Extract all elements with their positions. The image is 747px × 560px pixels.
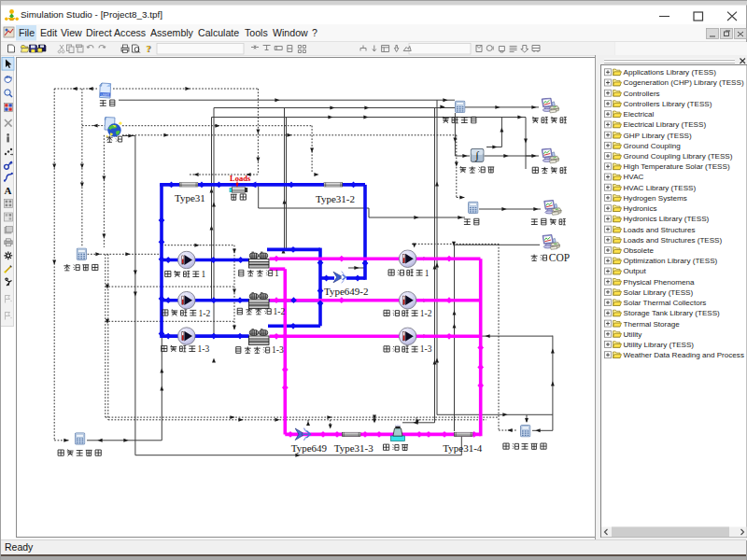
svg-text:Utility Library (TESS): Utility Library (TESS) <box>624 341 695 349</box>
svg-text:Applications Library (TESS): Applications Library (TESS) <box>624 68 717 77</box>
svg-text:1: 1 <box>425 269 430 278</box>
svg-text:Solar Library (TESS): Solar Library (TESS) <box>624 288 694 297</box>
svg-text:COP: COP <box>549 252 570 263</box>
svg-text:1: 1 <box>275 269 279 278</box>
svg-text:Type31-4: Type31-4 <box>443 442 482 454</box>
svg-text:Optimization Library (TESS): Optimization Library (TESS) <box>624 257 718 265</box>
svg-text:Hydronics: Hydronics <box>624 204 657 213</box>
svg-text:1: 1 <box>202 270 206 279</box>
svg-text:Cogeneration (CHP) Library (TE: Cogeneration (CHP) Library (TESS) <box>624 78 744 87</box>
svg-text:A: A <box>5 185 12 196</box>
svg-text:Controllers: Controllers <box>624 90 660 98</box>
svg-text:Loads and Structures: Loads and Structures <box>624 226 696 234</box>
svg-text:Ground Coupling Library (TESS): Ground Coupling Library (TESS) <box>624 152 733 161</box>
svg-text:Weather Data Reading and Proce: Weather Data Reading and Process <box>624 351 744 359</box>
svg-text:Loads and Structures (TESS): Loads and Structures (TESS) <box>624 236 723 245</box>
svg-text:1-2: 1-2 <box>199 309 211 318</box>
svg-text:1-2: 1-2 <box>420 309 432 318</box>
svg-text:Type31: Type31 <box>175 192 205 203</box>
svg-text:HVAC Library (TESS): HVAC Library (TESS) <box>624 184 697 192</box>
svg-text:Type649-2: Type649-2 <box>324 286 369 297</box>
svg-text:High Temperature Solar (TESS): High Temperature Solar (TESS) <box>624 162 730 171</box>
svg-text:Loads: Loads <box>230 174 251 183</box>
svg-text:Utility: Utility <box>624 330 643 339</box>
svg-text:Storage Tank Library (TESS): Storage Tank Library (TESS) <box>624 309 721 317</box>
svg-text:Thermal Storage: Thermal Storage <box>624 320 681 329</box>
svg-text:Hydronics Library (TESS): Hydronics Library (TESS) <box>624 215 710 223</box>
svg-text:Ground Coupling: Ground Coupling <box>624 142 681 150</box>
svg-text:Type31-3: Type31-3 <box>334 442 374 454</box>
svg-text:Type31-2: Type31-2 <box>316 193 355 204</box>
svg-text:Electrical Library (TESS): Electrical Library (TESS) <box>624 120 707 129</box>
svg-text:Solar Thermal Collectors: Solar Thermal Collectors <box>624 299 707 307</box>
svg-text:1-3: 1-3 <box>420 344 432 354</box>
svg-text:Physical Phenomena: Physical Phenomena <box>624 278 696 287</box>
svg-text:1-3: 1-3 <box>198 344 210 354</box>
svg-text:Electrical: Electrical <box>624 110 655 119</box>
svg-text:HVAC: HVAC <box>624 173 644 181</box>
svg-text:Type649: Type649 <box>291 442 328 454</box>
svg-text:Output: Output <box>624 267 647 275</box>
svg-text:?: ? <box>146 44 150 54</box>
svg-text:Obsolete: Obsolete <box>624 246 655 255</box>
svg-text:1-2: 1-2 <box>274 307 286 316</box>
svg-text:GHP Library (TESS): GHP Library (TESS) <box>624 132 692 140</box>
svg-text:Hydrogen Systems: Hydrogen Systems <box>624 194 687 203</box>
svg-text:1-3: 1-3 <box>272 345 284 355</box>
svg-text:Controllers Library (TESS): Controllers Library (TESS) <box>624 100 712 108</box>
